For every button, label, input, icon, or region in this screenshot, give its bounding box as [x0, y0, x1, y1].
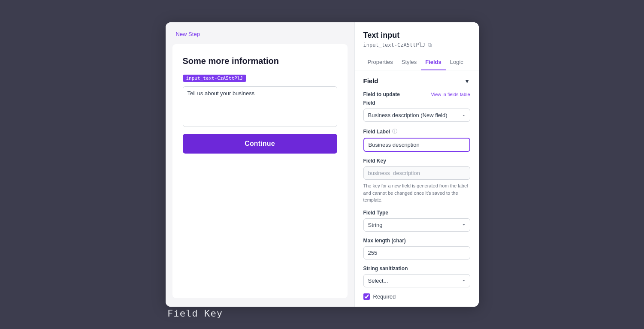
panel-header: Text input input_text-CzA5ttPlJ ⧉ [355, 31, 479, 55]
field-type-select[interactable]: String [363, 218, 470, 232]
string-sanitization-label-row: String sanitization [363, 266, 470, 272]
tab-fields[interactable]: Fields [421, 55, 446, 70]
right-panel: Text input input_text-CzA5ttPlJ ⧉ Proper… [354, 22, 479, 307]
tab-styles[interactable]: Styles [397, 55, 421, 70]
view-in-fields-table-link[interactable]: View in fields table [431, 92, 470, 97]
bottom-text: Field Key [167, 308, 223, 319]
field-key-input [363, 166, 470, 180]
form-title: Some more information [183, 56, 337, 66]
field-label-label-row: Field Label ⓘ [363, 128, 470, 135]
field-key-label-row: Field Key [363, 158, 470, 164]
required-label: Required [373, 293, 396, 300]
field-to-update-row: Field to update View in fields table [363, 91, 470, 97]
chevron-down-icon[interactable]: ▼ [464, 78, 470, 85]
section-title: Field [363, 77, 378, 85]
left-panel: New Step Some more information input_tex… [166, 22, 354, 307]
info-icon: ⓘ [392, 128, 397, 135]
tab-logic[interactable]: Logic [446, 55, 468, 70]
field-label-row: Field [363, 100, 470, 106]
form-preview: Some more information input_text-CzA5ttP… [172, 44, 348, 298]
element-badge[interactable]: input_text-CzA5ttPlJ [183, 75, 246, 82]
field-key-helper: The key for a new field is generated fro… [363, 182, 470, 204]
textarea-field[interactable] [183, 98, 337, 125]
tabs: Properties Styles Fields Logic [355, 55, 479, 70]
field-type-label-text: Field Type [363, 210, 388, 216]
textarea-wrapper: Tell us about your business [183, 86, 337, 127]
field-label-text: Field Label [363, 129, 390, 135]
string-sanitization-select[interactable]: Select... [363, 274, 470, 287]
max-length-label-row: Max length (char) [363, 238, 470, 244]
max-length-label-text: Max length (char) [363, 238, 406, 244]
panel-id: input_text-CzA5ttPlJ ⧉ [363, 42, 470, 48]
field-sublabel: Field [363, 100, 375, 106]
field-label-group: Field Label ⓘ [363, 128, 470, 152]
max-length-input[interactable] [363, 246, 470, 260]
panel-content: Field ▼ Field to update View in fields t… [355, 70, 479, 307]
string-sanitization-label-text: String sanitization [363, 266, 408, 272]
field-label-input[interactable] [363, 138, 470, 152]
field-type-label-row: Field Type [363, 210, 470, 216]
max-length-group: Max length (char) [363, 238, 470, 260]
string-sanitization-group: String sanitization Select... [363, 266, 470, 287]
element-id-text: input_text-CzA5ttPlJ [363, 42, 426, 48]
new-step-label[interactable]: New Step [166, 31, 354, 44]
field-type-group: Field Type String [363, 210, 470, 232]
field-key-group: Field Key The key for a new field is gen… [363, 158, 470, 204]
field-to-update-label: Field to update [363, 91, 400, 97]
panel-title: Text input [363, 31, 470, 40]
tab-properties[interactable]: Properties [363, 55, 397, 70]
field-key-label-text: Field Key [363, 158, 386, 164]
field-select[interactable]: Business description (New field) [363, 109, 470, 122]
copy-icon[interactable]: ⧉ [428, 42, 432, 48]
field-to-update-group: Field to update View in fields table Fie… [363, 91, 470, 122]
section-header: Field ▼ [363, 77, 470, 85]
required-row: Required [363, 293, 470, 300]
textarea-label: Tell us about your business [183, 87, 337, 98]
required-checkbox[interactable] [363, 293, 370, 300]
continue-button[interactable]: Continue [183, 134, 337, 154]
